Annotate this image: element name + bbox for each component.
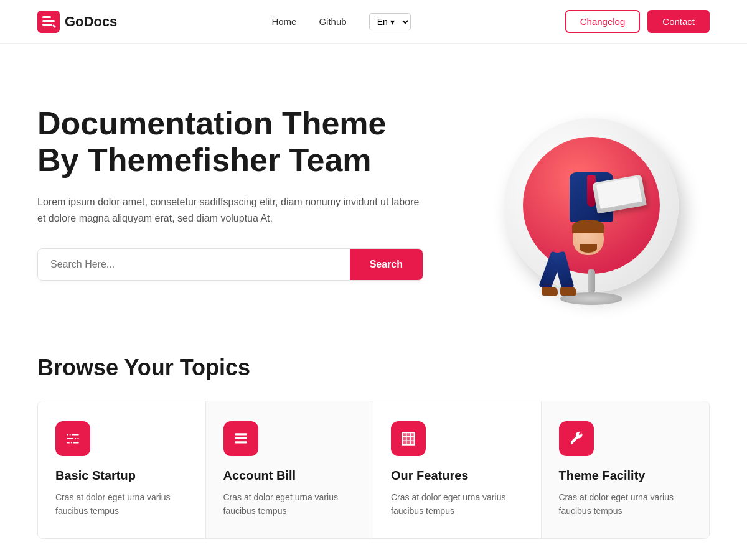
svg-rect-12 [235,441,247,443]
topic-icon-basic-startup [55,421,90,456]
wrench-icon [568,431,585,447]
topic-desc-theme-facility: Cras at dolor eget urna varius faucibus … [559,490,692,518]
svg-rect-1 [42,16,51,18]
contact-button[interactable]: Contact [647,10,710,33]
topic-icon-theme-facility [559,421,594,456]
topic-card-our-features[interactable]: Our Features Cras at dolor eget urna var… [374,401,542,538]
search-bar: Search [37,248,423,281]
svg-rect-2 [42,20,55,22]
svg-rect-3 [42,24,52,26]
figure-hair [572,220,604,233]
character-illustration [486,81,697,305]
search-input[interactable] [38,249,350,280]
search-button[interactable]: Search [350,249,423,280]
nav-home[interactable]: Home [271,16,296,27]
chair-stem [588,269,595,294]
topics-grid: Basic Startup Cras at dolor eget urna va… [37,401,710,539]
list-icon [233,431,249,447]
logo-icon [37,11,60,33]
topic-name-basic-startup: Basic Startup [55,469,188,483]
language-selector[interactable]: En ▾ Fr De Es [369,13,411,30]
svg-line-14 [571,443,572,444]
nav-center: Home Github En ▾ Fr De Es [271,13,410,30]
topic-icon-account-bill [223,421,258,456]
navbar: GoDocs Home Github En ▾ Fr De Es Changel… [0,0,747,44]
hero-section: Documentation Theme By Themefisher Team … [0,44,747,330]
nav-buttons: Changelog Contact [565,10,710,33]
topic-card-account-bill[interactable]: Account Bill Cras at dolor eget urna var… [206,401,374,538]
topic-name-account-bill: Account Bill [223,469,356,483]
figure-laptop-screen [596,177,642,208]
topic-name-theme-facility: Theme Facility [559,469,692,483]
sliders-icon [65,431,81,447]
changelog-button[interactable]: Changelog [565,10,641,33]
hero-title: Documentation Theme By Themefisher Team [37,105,448,180]
hero-description: Lorem ipsum dolor amet, consetetur sadif… [37,194,423,226]
figure-shoe-1 [542,287,558,296]
figure-shoe-2 [560,287,576,296]
topic-card-theme-facility[interactable]: Theme Facility Cras at dolor eget urna v… [542,401,710,538]
logo-link[interactable]: GoDocs [37,11,117,33]
svg-point-8 [74,437,77,440]
svg-point-7 [69,433,72,436]
svg-rect-11 [235,437,247,439]
hero-illustration [473,81,710,305]
svg-point-9 [70,441,73,444]
hero-left: Documentation Theme By Themefisher Team … [37,105,448,281]
svg-rect-10 [235,433,247,435]
topics-section-title: Browse Your Topics [37,355,710,381]
box-icon [400,431,416,447]
svg-rect-13 [402,432,415,445]
figure-beard [580,244,597,253]
topic-desc-our-features: Cras at dolor eget urna varius faucibus … [391,490,524,518]
topic-desc-basic-startup: Cras at dolor eget urna varius faucibus … [55,490,188,518]
brand-name: GoDocs [65,14,117,30]
topic-card-basic-startup[interactable]: Basic Startup Cras at dolor eget urna va… [38,401,206,538]
figure-body [570,172,613,222]
figure [535,171,579,255]
nav-github[interactable]: Github [319,16,346,27]
topic-desc-account-bill: Cras at dolor eget urna varius faucibus … [223,490,356,518]
topic-name-our-features: Our Features [391,469,524,483]
topic-icon-our-features [391,421,426,456]
figure-head [573,221,604,255]
topics-section: Browse Your Topics Basic Startup Cras at… [0,330,747,560]
